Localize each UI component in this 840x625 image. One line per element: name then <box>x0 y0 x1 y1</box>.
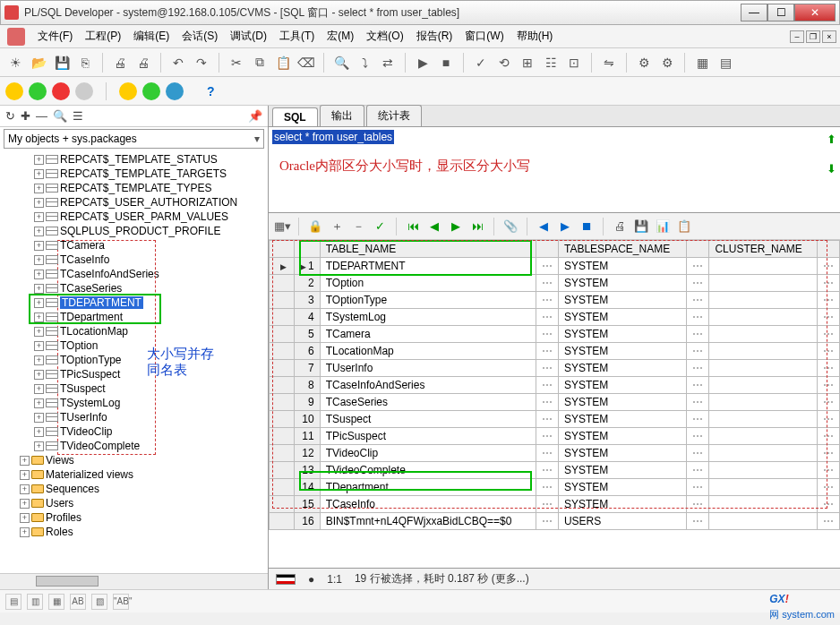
tree-item-label[interactable]: Views <box>46 454 74 467</box>
tree-item-label[interactable]: TLocationMap <box>60 325 128 338</box>
tree-table-item[interactable]: +TOptionType <box>4 353 264 367</box>
tree-table-item[interactable]: +TDepartment <box>4 310 264 324</box>
expand-icon[interactable]: + <box>34 270 44 279</box>
cell-ellipsis[interactable]: ⋯ <box>818 445 840 462</box>
tree-item-label[interactable]: TVideoComplete <box>60 440 140 452</box>
window2-icon[interactable]: ▤ <box>716 53 735 73</box>
cell-ellipsis[interactable]: ⋯ <box>536 513 558 530</box>
export1-icon[interactable]: 🖨 <box>612 218 628 235</box>
tree-table-item[interactable]: +TOption <box>4 338 264 353</box>
expand-icon[interactable]: + <box>34 427 44 437</box>
grid-row[interactable]: 12TVideoClip⋯SYSTEM⋯⋯ <box>270 445 840 462</box>
session-ball-2[interactable] <box>29 82 47 100</box>
undo-icon[interactable]: ↶ <box>168 53 188 73</box>
commit-icon[interactable]: ✓ <box>471 53 491 73</box>
expand-icon[interactable]: + <box>34 312 44 322</box>
expand-icon[interactable]: + <box>34 341 44 351</box>
cell-tablespace[interactable]: SYSTEM <box>558 479 686 496</box>
last-icon[interactable]: ⏭ <box>469 218 485 235</box>
expand-icon[interactable]: + <box>34 155 44 165</box>
cell-ellipsis[interactable]: ⋯ <box>687 462 709 479</box>
cell-ellipsis[interactable]: ⋯ <box>818 360 840 377</box>
maximize-button[interactable]: ☐ <box>767 4 794 21</box>
chevron-down-icon[interactable]: ▾ <box>254 133 260 145</box>
expand-icon[interactable]: + <box>34 398 44 408</box>
cell-ellipsis[interactable]: ⋯ <box>687 445 709 462</box>
cell-table-name[interactable]: TOptionType <box>320 292 536 309</box>
expand-icon[interactable]: + <box>34 413 44 423</box>
cell-table-name[interactable]: TDEPARTMENT <box>320 258 536 275</box>
execute-icon[interactable]: ▶ <box>413 53 433 73</box>
redo-icon[interactable]: ↷ <box>192 53 211 73</box>
cell-table-name[interactable]: BIN$Tmnt+nL4QFWjxxaBidLCBQ==$0 <box>320 513 536 530</box>
menu-debug[interactable]: 调试(D) <box>230 29 267 44</box>
cell-ellipsis[interactable]: ⋯ <box>687 377 709 394</box>
cell-cluster[interactable] <box>709 428 818 445</box>
mdi-minimize[interactable]: – <box>790 30 804 43</box>
cell-ellipsis[interactable]: ⋯ <box>687 292 709 309</box>
filter-combo[interactable]: ▾ <box>4 129 264 149</box>
cell-ellipsis[interactable]: ⋯ <box>818 377 840 394</box>
menu-edit[interactable]: 编辑(E) <box>133 29 169 44</box>
grid-menu-icon[interactable]: ▦▾ <box>274 218 290 235</box>
find-tree-icon[interactable]: 🔍 <box>53 109 67 123</box>
cell-tablespace[interactable]: SYSTEM <box>558 343 686 360</box>
cell-table-name[interactable]: TSystemLog <box>320 309 536 326</box>
cell-tablespace[interactable]: USERS <box>558 513 686 530</box>
grid-column-header[interactable]: CLUSTER_NAME <box>709 241 818 258</box>
print-icon[interactable]: 🖨 <box>110 53 130 73</box>
cell-cluster[interactable] <box>709 394 818 411</box>
cell-ellipsis[interactable]: ⋯ <box>536 428 558 445</box>
tree-item-label[interactable]: TUserInfo <box>60 411 107 424</box>
tree-item-label[interactable]: Users <box>46 497 73 509</box>
tree-item-label[interactable]: TOption <box>60 339 98 352</box>
grid-row[interactable]: 3TOptionType⋯SYSTEM⋯⋯ <box>270 292 840 309</box>
cell-tablespace[interactable]: SYSTEM <box>558 428 686 445</box>
cell-ellipsis[interactable]: ⋯ <box>818 513 840 530</box>
expand-icon[interactable]: + <box>34 327 44 337</box>
cell-ellipsis[interactable]: ⋯ <box>818 343 840 360</box>
close-button[interactable]: ✕ <box>794 4 836 21</box>
scroll-down-icon[interactable]: ⬇ <box>827 162 836 176</box>
cell-tablespace[interactable]: SYSTEM <box>558 360 686 377</box>
expand-icon[interactable]: + <box>34 298 44 308</box>
grid-row[interactable]: 1TDEPARTMENT⋯SYSTEM⋯⋯ <box>270 258 840 275</box>
menu-file[interactable]: 文件(F) <box>38 29 73 44</box>
attach-icon[interactable]: 📎 <box>502 218 519 235</box>
cell-table-name[interactable]: TCaseInfoAndSeries <box>320 377 536 394</box>
first-icon[interactable]: ⏮ <box>405 218 421 235</box>
tree-table-item[interactable]: +TDEPARTMENT <box>4 295 264 310</box>
filter-input[interactable] <box>8 133 254 145</box>
expand-icon[interactable]: + <box>34 184 44 193</box>
tree-item-label[interactable]: REPCAT$_TEMPLATE_TYPES <box>60 182 212 194</box>
cell-ellipsis[interactable]: ⋯ <box>687 309 709 326</box>
copy-icon[interactable]: ⧉ <box>250 53 270 73</box>
cell-ellipsis[interactable]: ⋯ <box>536 275 558 292</box>
cell-table-name[interactable]: TSuspect <box>320 411 536 428</box>
cell-ellipsis[interactable]: ⋯ <box>687 411 709 428</box>
tree-table-item[interactable]: +TPicSuspect <box>4 367 264 381</box>
clear-icon[interactable]: ⌫ <box>296 53 316 73</box>
cell-cluster[interactable] <box>709 360 818 377</box>
cell-ellipsis[interactable]: ⋯ <box>536 411 558 428</box>
tree-item-label[interactable]: TDEPARTMENT <box>60 296 143 309</box>
scroll-up-icon[interactable]: ⬆ <box>827 133 836 146</box>
expand-icon[interactable]: + <box>34 284 44 294</box>
tree-table-item[interactable]: +TCamera <box>4 238 264 253</box>
export3-icon[interactable]: 📊 <box>655 218 671 235</box>
cell-ellipsis[interactable]: ⋯ <box>687 513 709 530</box>
cell-ellipsis[interactable]: ⋯ <box>536 377 558 394</box>
cell-table-name[interactable]: TVideoClip <box>320 445 536 462</box>
compare-icon[interactable]: ⇋ <box>599 53 619 73</box>
expand-icon[interactable]: + <box>34 370 44 380</box>
cell-cluster[interactable] <box>709 343 818 360</box>
cell-table-name[interactable]: TVideoComplete <box>320 462 536 479</box>
tree-item-label[interactable]: TCamera <box>60 239 105 252</box>
tab-stats[interactable]: 统计表 <box>366 105 422 126</box>
minimize-button[interactable]: — <box>741 4 767 21</box>
findnext-icon[interactable]: ⤵ <box>355 53 374 73</box>
tree-item-label[interactable]: TCaseSeries <box>60 282 122 295</box>
cell-tablespace[interactable]: SYSTEM <box>558 462 686 479</box>
del-row-icon[interactable]: － <box>350 218 366 235</box>
tree-item-label[interactable]: TOptionType <box>60 354 121 366</box>
